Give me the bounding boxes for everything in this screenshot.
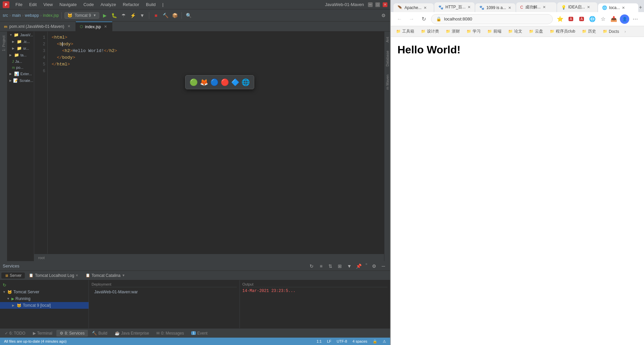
firefox-icon[interactable]: 🦊	[200, 78, 208, 86]
reload-button[interactable]: ↻	[419, 14, 428, 24]
idea-tab-close[interactable]: ✕	[587, 5, 590, 9]
profile-button[interactable]: ⚡	[129, 11, 137, 19]
services-collapse-button[interactable]: ≡	[317, 262, 325, 270]
coverage-button[interactable]: ☂	[119, 11, 127, 19]
right-tab-maven[interactable]: m Maven	[385, 72, 390, 92]
bookmark-tools[interactable]: 📁 工具箱	[393, 28, 417, 35]
services-filter-button[interactable]: ▼	[345, 262, 353, 270]
bottom-tab-todo[interactable]: ✓ 6: TODO	[1, 330, 29, 337]
menu-edit[interactable]: Edit	[26, 1, 39, 8]
http-tab-close[interactable]: ✕	[468, 5, 471, 9]
tab-pom-xml[interactable]: m pom.xml (JavaWeb-01-Maven) ✕	[0, 21, 76, 31]
bookmark-history[interactable]: 📁 历史	[579, 28, 599, 35]
services-tab-server[interactable]: 🖥 Server	[1, 273, 25, 279]
menu-navigate[interactable]: Navigate	[57, 1, 79, 8]
collections-button[interactable]: 📥	[609, 14, 619, 24]
bottom-tab-java-enterprise[interactable]: ☕ Java Enterprise	[111, 330, 152, 337]
menu-build[interactable]: Build	[143, 1, 158, 8]
run-config-selector[interactable]: 🐱 Tomcat 9 ▼	[64, 12, 99, 19]
browser-extension-3-button[interactable]: 🌐	[588, 14, 597, 24]
success-tab-close[interactable]: ✕	[543, 5, 546, 9]
browser-extension-2-button[interactable]: A	[577, 14, 586, 24]
bookmark-paper[interactable]: 📁 论文	[505, 28, 525, 35]
local-tab-close[interactable]: ✕	[622, 6, 625, 10]
services-expand-button[interactable]: ⇅	[326, 262, 334, 270]
right-tab-ant[interactable]: Ant	[385, 34, 390, 45]
favorites-button[interactable]: ☆	[598, 14, 608, 24]
bookmark-docs[interactable]: 📁 Docts	[600, 28, 622, 35]
services-pin-button[interactable]: 📌	[355, 262, 363, 270]
menu-refactor[interactable]: Refactor	[120, 1, 142, 8]
menu-code[interactable]: Code	[81, 1, 97, 8]
catalina-dropdown-icon[interactable]: ▼	[122, 274, 125, 277]
bottom-tab-event[interactable]: 1 Event	[188, 330, 211, 337]
tree-item-ja[interactable]: J Ja...	[7, 58, 34, 64]
tree-item-scratch[interactable]: ▶ 📝 Scrate...	[7, 77, 34, 84]
menu-file[interactable]: File	[13, 1, 25, 8]
browser-tab-apache[interactable]: 🪶 Apache... ✕	[393, 3, 434, 12]
bookmark-design[interactable]: 📁 设计类	[418, 28, 442, 35]
tab-index-jsp[interactable]: ⬡ index.jsp ✕	[76, 21, 112, 31]
tree-item-java[interactable]: ▼ 📁 JavaV...	[7, 32, 34, 38]
service-item-tomcat-server[interactable]: ▼ 🐱 Tomcat Server	[0, 289, 89, 295]
tree-item-ic[interactable]: ▶ 📁 .ic...	[7, 38, 34, 45]
sidebar-tab-project[interactable]: 1: Project	[1, 33, 6, 54]
opera-icon[interactable]: 🔵	[210, 78, 219, 86]
close-button[interactable]: ✕	[383, 2, 387, 7]
edge-icon[interactable]: 🌐	[241, 78, 250, 86]
bookmarks-more-icon[interactable]: ›	[623, 29, 627, 34]
services-minimize-button[interactable]: ─	[379, 262, 387, 270]
back-button[interactable]: ←	[395, 14, 404, 24]
bottom-tab-messages[interactable]: ✉ 0: Messages	[153, 330, 187, 337]
tree-item-src[interactable]: ▶ 📁 sr...	[7, 45, 34, 52]
brave-icon[interactable]: 🔴	[221, 78, 229, 86]
forward-button[interactable]: →	[407, 14, 416, 24]
browser-tab-1099[interactable]: 🐾 1099 is a... ✕	[475, 3, 516, 12]
search-button[interactable]: 🔍	[184, 11, 193, 19]
ie-icon[interactable]: 🔷	[231, 78, 239, 86]
menu-run[interactable]: |	[160, 1, 166, 8]
build-button[interactable]: 🔨	[161, 11, 169, 19]
bookmark-cloud[interactable]: 📁 云盘	[526, 28, 546, 35]
services-tab-localhost-log[interactable]: 📋 Tomcat Localhost Log ✕	[25, 273, 82, 279]
1099-tab-close[interactable]: ✕	[508, 6, 511, 10]
menu-analyze[interactable]: Analyze	[98, 1, 119, 8]
services-group-button[interactable]: ⊞	[336, 262, 344, 270]
bottom-tab-build[interactable]: 🔨 Build	[89, 330, 111, 337]
bottom-tab-terminal[interactable]: ▶ Terminal	[30, 330, 56, 337]
services-tab-localhost-close[interactable]: ✕	[75, 274, 78, 277]
stop-button[interactable]: ■	[152, 11, 160, 19]
apache-tab-close[interactable]: ✕	[424, 6, 427, 10]
address-bar[interactable]: 🔒 localhost:8080	[431, 14, 553, 24]
services-settings-button[interactable]: ⚙	[370, 262, 378, 270]
profile-avatar[interactable]: 👤	[620, 14, 629, 24]
browser-menu-button[interactable]: ⋯	[631, 14, 640, 24]
service-item-refresh[interactable]: ↻	[0, 282, 89, 289]
browser-tab-idea[interactable]: 💡 IDEA启... ✕	[557, 2, 597, 12]
bottom-tab-services[interactable]: ⚙ 8: Services	[56, 330, 88, 337]
code-editor[interactable]: <html> <body> <h2>Hello World!</h2> </bo…	[48, 32, 384, 254]
debug-button[interactable]: 🐛	[110, 11, 118, 19]
browser-tab-success[interactable]: C 成功解... ✕	[516, 2, 556, 12]
bookmark-star-button[interactable]: ⭐	[555, 14, 565, 24]
minimize-button[interactable]: ─	[368, 2, 373, 7]
bookmark-frontend[interactable]: 📁 前端	[485, 28, 504, 35]
run-button[interactable]: ▶	[101, 11, 109, 19]
editor-content[interactable]: 1 2 3 4 5 6 <html> <body> <h2>Hello Worl…	[34, 32, 384, 254]
browser-new-tab-button[interactable]: +	[639, 3, 642, 12]
tree-item-extern[interactable]: ▶ 📊 Exter...	[7, 70, 34, 77]
tree-item-pom[interactable]: m po...	[7, 64, 34, 70]
menu-view[interactable]: View	[41, 1, 55, 8]
right-tab-database[interactable]: Database	[385, 48, 390, 69]
services-refresh-button[interactable]: ↻	[308, 262, 316, 270]
bookmark-programmer[interactable]: 📁 程序员club	[547, 28, 578, 35]
service-item-running[interactable]: ▼ ▶ Running	[0, 295, 89, 302]
browser-tab-http[interactable]: 🐾 HTTP_百... ✕	[434, 2, 475, 12]
tab-pom-xml-close[interactable]: ✕	[66, 24, 71, 29]
chrome-icon[interactable]: 🟢	[190, 78, 198, 86]
service-item-tomcat9[interactable]: ▶ 🐱 Tomcat 9 [local]	[0, 302, 89, 309]
more-run-button[interactable]: ▼	[138, 11, 146, 19]
settings-button[interactable]: ⚙	[379, 11, 387, 19]
browser-extension-1-button[interactable]: A	[566, 14, 576, 24]
tree-item-ta[interactable]: ▶ 📁 ta...	[7, 52, 34, 58]
